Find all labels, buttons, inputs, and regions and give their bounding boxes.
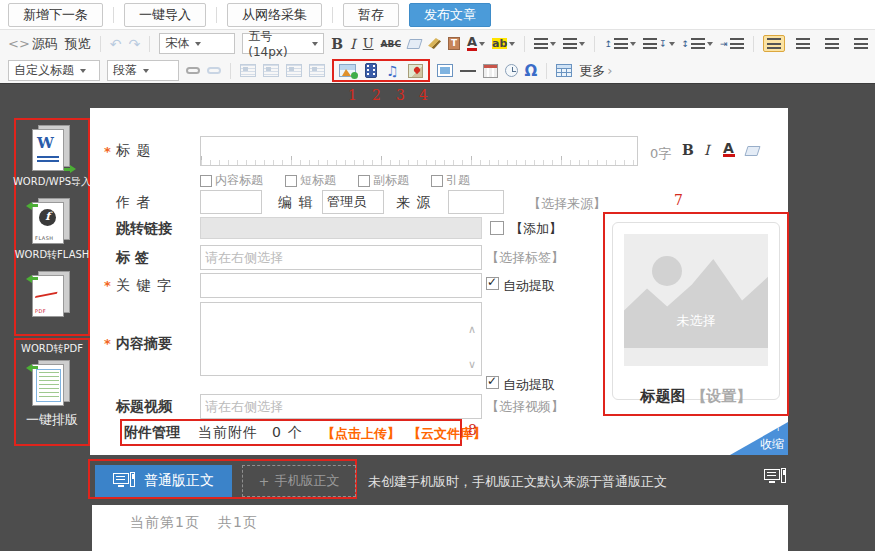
chevron-down-icon bbox=[630, 42, 636, 46]
line-height-button[interactable]: ↕ bbox=[682, 38, 714, 49]
upload-attachment-link[interactable]: 【点击上传】 bbox=[322, 425, 400, 443]
web-collect-button[interactable]: 从网络采集 bbox=[227, 3, 322, 27]
word-import-icon[interactable]: W bbox=[32, 125, 72, 173]
font-family-select[interactable]: 宋体 bbox=[159, 33, 235, 54]
paragraph-spacing-after-button[interactable]: ↧ bbox=[643, 38, 675, 49]
chevron-down-icon bbox=[312, 42, 318, 46]
annotation-number-2: 2 bbox=[372, 87, 381, 103]
chevron-down-icon bbox=[195, 42, 201, 46]
tab-mobile-body[interactable]: + 手机版正文 bbox=[242, 465, 356, 497]
insert-video-icon[interactable] bbox=[365, 63, 377, 78]
divider bbox=[546, 63, 547, 79]
preview-button[interactable]: 预览 bbox=[65, 35, 91, 53]
title-image-card[interactable]: 未选择 标题图【设置】 bbox=[612, 222, 780, 400]
annotation-box-7: 未选择 标题图【设置】 bbox=[603, 212, 789, 416]
image-inline-icon[interactable] bbox=[263, 64, 279, 77]
undo-icon[interactable]: ↶ bbox=[110, 36, 122, 52]
select-source-link[interactable]: 【选择来源】 bbox=[528, 195, 606, 213]
align-justify-button[interactable] bbox=[850, 35, 872, 52]
title-input[interactable] bbox=[200, 136, 638, 166]
highlight-color-button[interactable]: ab bbox=[492, 38, 515, 49]
underline-button[interactable]: U bbox=[363, 36, 374, 51]
publish-button[interactable]: 发布文章 bbox=[409, 3, 491, 27]
word-to-flash-icon[interactable]: f FLASH bbox=[32, 198, 72, 246]
select-tag-link[interactable]: 【选择标签】 bbox=[486, 249, 564, 267]
keyword-auto-checkbox[interactable] bbox=[486, 277, 499, 290]
insert-map-icon[interactable] bbox=[408, 64, 423, 78]
green-arrow-icon bbox=[26, 200, 38, 210]
remove-link-icon[interactable] bbox=[207, 67, 221, 74]
select-video-link[interactable]: 【选择视频】 bbox=[486, 398, 564, 416]
editor-input[interactable] bbox=[322, 190, 384, 214]
unordered-list-button[interactable] bbox=[563, 38, 585, 49]
mobile-body-hint: 未创建手机版时，手机版正文默认来源于普通版正文 bbox=[368, 473, 667, 491]
title-italic-button[interactable]: I bbox=[704, 142, 711, 158]
divider bbox=[332, 7, 333, 23]
title-clear-format-icon[interactable] bbox=[744, 146, 760, 156]
paragraph-spacing-before-button[interactable]: ↥ bbox=[604, 38, 636, 49]
redo-icon[interactable]: ↷ bbox=[129, 36, 141, 52]
insert-time-icon[interactable] bbox=[505, 64, 518, 77]
horizontal-rule-icon[interactable] bbox=[460, 70, 476, 72]
total-pages: 共1页 bbox=[218, 514, 258, 530]
video-input[interactable] bbox=[200, 394, 482, 419]
lead-title-checkbox[interactable]: 引题 bbox=[431, 172, 470, 189]
insert-link-icon[interactable] bbox=[186, 67, 200, 74]
desktop-phone-icon bbox=[113, 472, 137, 490]
tag-input[interactable] bbox=[200, 245, 482, 270]
tab-normal-body[interactable]: 普通版正文 bbox=[95, 465, 232, 497]
collapse-button[interactable]: ↑ 收缩 bbox=[730, 422, 788, 455]
insert-table-icon[interactable] bbox=[556, 64, 572, 77]
align-center-button[interactable] bbox=[792, 35, 814, 52]
image-float-right-icon[interactable] bbox=[286, 64, 302, 77]
word-to-pdf-label: WORD转PDF bbox=[21, 342, 83, 356]
custom-title-select[interactable]: 自定义标题 bbox=[8, 60, 100, 81]
summary-auto-checkbox[interactable] bbox=[486, 376, 499, 389]
image-block-icon[interactable] bbox=[309, 64, 325, 77]
special-char-icon[interactable]: Ω bbox=[525, 62, 538, 80]
insert-date-icon[interactable] bbox=[483, 64, 498, 78]
add-redirect-link[interactable]: 【添加】 bbox=[510, 220, 562, 238]
insert-music-icon[interactable]: ♫ bbox=[386, 64, 399, 78]
font-size-select[interactable]: 五号(14px) bbox=[242, 33, 324, 54]
format-painter-icon[interactable] bbox=[428, 38, 441, 49]
columns-icon[interactable] bbox=[437, 64, 453, 77]
plus-icon: + bbox=[259, 474, 270, 489]
action-bar: 新增下一条 一键导入 从网络采集 暂存 发布文章 bbox=[0, 0, 875, 30]
article-form-panel: * 标 题 0字 B I A 内容标题 短标题 副标题 引题 作 者 编 辑 来… bbox=[90, 108, 788, 455]
title-label: 标 题 bbox=[116, 142, 151, 160]
short-title-checkbox[interactable]: 短标题 bbox=[285, 172, 336, 189]
one-click-layout-icon[interactable] bbox=[32, 360, 72, 408]
summary-textarea[interactable] bbox=[200, 302, 482, 376]
chevron-down-icon bbox=[143, 69, 149, 73]
insert-image-icon[interactable] bbox=[339, 64, 356, 77]
word-to-pdf-icon[interactable]: PDF bbox=[32, 271, 72, 319]
save-draft-button[interactable]: 暂存 bbox=[343, 3, 399, 27]
image-settings-link[interactable]: 【设置】 bbox=[692, 387, 752, 405]
add-next-button[interactable]: 新增下一条 bbox=[8, 3, 103, 27]
content-title-checkbox[interactable]: 内容标题 bbox=[200, 172, 263, 189]
source-code-button[interactable]: <>源码 bbox=[8, 35, 58, 53]
clear-format-icon[interactable] bbox=[406, 39, 422, 49]
redirect-checkbox[interactable] bbox=[490, 221, 504, 235]
align-left-button[interactable] bbox=[763, 35, 785, 52]
paste-text-icon[interactable] bbox=[448, 37, 460, 50]
annotation-number-1: 1 bbox=[348, 87, 357, 103]
font-color-button[interactable]: A bbox=[467, 36, 485, 51]
ordered-list-button[interactable] bbox=[534, 38, 556, 49]
more-button[interactable]: 更多› bbox=[579, 62, 612, 80]
sub-title-checkbox[interactable]: 副标题 bbox=[358, 172, 409, 189]
align-right-button[interactable] bbox=[821, 35, 843, 52]
indent-button[interactable]: ⇥ bbox=[720, 38, 744, 49]
keyword-input[interactable] bbox=[200, 273, 482, 298]
title-bold-button[interactable]: B bbox=[682, 142, 695, 158]
italic-button[interactable]: I bbox=[350, 36, 356, 52]
paragraph-format-select[interactable]: 段落 bbox=[107, 60, 179, 81]
one-click-import-button[interactable]: 一键导入 bbox=[124, 3, 206, 27]
image-float-left-icon[interactable] bbox=[240, 64, 256, 77]
author-input[interactable] bbox=[200, 190, 262, 214]
title-color-button[interactable]: A bbox=[723, 142, 735, 157]
source-input[interactable] bbox=[448, 190, 504, 214]
strikethrough-button[interactable]: ABC bbox=[381, 39, 401, 49]
bold-button[interactable]: B bbox=[331, 36, 343, 52]
